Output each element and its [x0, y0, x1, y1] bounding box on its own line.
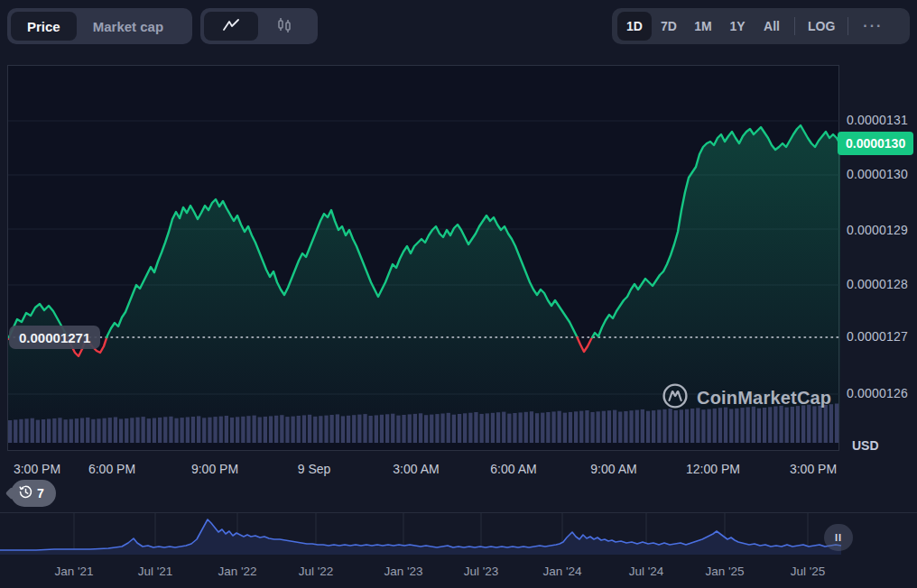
- timeframe-1m[interactable]: 1M: [686, 12, 720, 41]
- market-cap-tab[interactable]: Market cap: [77, 12, 180, 41]
- price-tab[interactable]: Price: [11, 12, 77, 41]
- navigator-tick-label: Jul '24: [629, 565, 664, 578]
- x-axis-label: 6:00 PM: [88, 462, 135, 476]
- x-axis-label: 9:00 AM: [590, 462, 636, 476]
- navigator-tick-label: Jul '25: [791, 565, 826, 578]
- log-scale-button[interactable]: LOG: [801, 12, 842, 41]
- x-axis-label: 9:00 PM: [191, 462, 238, 476]
- coinmarketcap-logo-icon: [662, 382, 689, 413]
- candlestick-icon: [276, 17, 292, 36]
- x-axis-label: 3:00 PM: [14, 462, 60, 476]
- navigator-tick-label: Jan '25: [705, 565, 744, 578]
- timeframe-1y[interactable]: 1Y: [720, 12, 755, 41]
- divider: [794, 17, 795, 35]
- more-options-button[interactable]: ···: [854, 18, 892, 34]
- navigator-tick-label: Jul '22: [299, 565, 334, 578]
- timeframe-1m-label: 1M: [694, 19, 711, 33]
- timeframe-7d[interactable]: 7D: [652, 12, 686, 41]
- price-tab-label: Price: [27, 19, 60, 34]
- x-axis-label: 3:00 PM: [790, 462, 837, 476]
- y-axis-label: 0.0000131: [847, 113, 908, 127]
- watermark: CoinMarketCap: [662, 382, 831, 413]
- y-axis-label: 0.0000129: [847, 223, 908, 237]
- x-axis-label: 3:00 AM: [393, 462, 439, 476]
- line-chart-button[interactable]: [204, 12, 258, 41]
- log-label: LOG: [808, 19, 835, 33]
- metric-toggle: Price Market cap: [7, 8, 192, 44]
- navigator-tick-label: Jan '21: [54, 565, 93, 578]
- open-price-value: 0.00001271: [19, 330, 90, 345]
- timeframe-1d-label: 1D: [626, 19, 643, 33]
- divider: [848, 17, 848, 35]
- range-navigator[interactable]: [0, 512, 917, 559]
- current-price-value: 0.0000130: [846, 136, 905, 151]
- x-axis-label: 12:00 PM: [686, 462, 740, 476]
- market-cap-tab-label: Market cap: [93, 19, 163, 34]
- navigator-tick-label: Jul '23: [464, 565, 499, 578]
- current-price-badge: 0.0000130: [838, 132, 913, 155]
- navigator-handle-glyph: II: [835, 532, 842, 543]
- line-chart-icon: [222, 18, 240, 35]
- y-axis-label: 0.0000127: [847, 329, 908, 344]
- navigator-tick-label: Jan '24: [542, 565, 581, 578]
- x-axis-label: 9 Sep: [298, 462, 331, 476]
- open-price-label: 0.00001271: [9, 326, 100, 349]
- y-axis-label: 0.0000128: [847, 277, 908, 291]
- navigator-tick-label: Jan '22: [218, 565, 256, 578]
- timeframe-7d-label: 7D: [661, 19, 677, 33]
- history-icon: [19, 485, 32, 501]
- history-badge[interactable]: 7: [11, 480, 56, 507]
- timeframe-all[interactable]: All: [755, 12, 789, 41]
- timeframe-1y-label: 1Y: [729, 19, 745, 33]
- y-axis-label: 0.0000126: [847, 386, 908, 400]
- timeframe-all-label: All: [764, 19, 780, 33]
- x-axis-label: 6:00 AM: [490, 462, 536, 476]
- timeframe-1d[interactable]: 1D: [617, 12, 652, 41]
- history-count: 7: [37, 486, 44, 501]
- navigator-resize-handle[interactable]: II: [824, 524, 853, 551]
- timeframe-toolbar: 1D 7D 1M 1Y All LOG ···: [612, 8, 910, 44]
- y-axis-label: 0.0000130: [847, 167, 908, 181]
- watermark-text: CoinMarketCap: [697, 388, 831, 409]
- navigator-tick-label: Jan '23: [384, 565, 422, 578]
- y-axis-unit-label: USD: [852, 438, 879, 453]
- navigator-tick-label: Jul '21: [138, 565, 173, 578]
- chart-type-toggle: [200, 8, 318, 44]
- candlestick-chart-button[interactable]: [258, 12, 310, 41]
